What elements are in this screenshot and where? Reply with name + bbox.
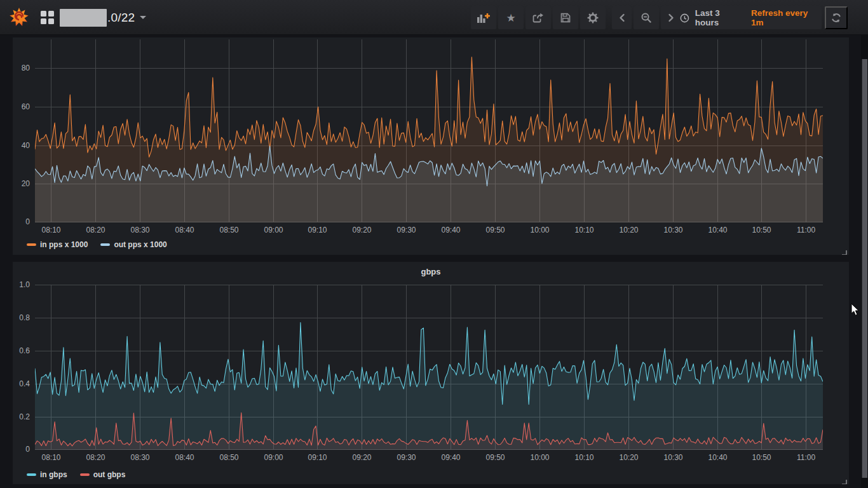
legend-item-out-gbps[interactable]: out gbps bbox=[80, 470, 126, 479]
x-tick-label: 08:10 bbox=[32, 453, 71, 462]
clock-icon bbox=[680, 13, 689, 23]
zoom-out-button[interactable] bbox=[634, 6, 659, 29]
toolbar-left-group: ★ bbox=[471, 6, 606, 29]
pps-y-axis: 020406080 bbox=[13, 39, 32, 222]
grafana-logo-icon[interactable] bbox=[9, 7, 29, 27]
x-tick-label: 09:40 bbox=[432, 453, 470, 462]
legend-label: in pps x 1000 bbox=[40, 240, 88, 249]
time-range-label: Last 3 hours bbox=[695, 8, 745, 27]
y-tick-label: 0.4 bbox=[19, 379, 30, 388]
time-forward-button[interactable] bbox=[661, 6, 681, 29]
x-tick-label: 10:00 bbox=[521, 226, 559, 234]
x-tick-label: 10:30 bbox=[654, 226, 693, 234]
x-tick-label: 08:50 bbox=[210, 453, 248, 462]
x-tick-label: 10:50 bbox=[743, 226, 781, 234]
x-tick-label: 10:10 bbox=[566, 453, 604, 462]
legend-label: in gbps bbox=[40, 470, 67, 479]
x-tick-label: 09:20 bbox=[343, 453, 381, 462]
x-tick-label: 08:30 bbox=[121, 453, 159, 462]
legend-swatch bbox=[80, 473, 90, 476]
x-tick-label: 10:20 bbox=[610, 226, 648, 234]
panel-resize-handle[interactable] bbox=[841, 476, 847, 482]
settings-button[interactable] bbox=[580, 6, 606, 29]
legend-swatch bbox=[27, 243, 36, 246]
gbps-y-axis: 00.20.40.60.81.0 bbox=[13, 285, 32, 450]
panel-pps: 020406080 08:1008:2008:3008:4008:5009:00… bbox=[13, 37, 849, 255]
dashboard-title-redacted bbox=[60, 9, 107, 27]
x-tick-label: 08:40 bbox=[166, 226, 204, 234]
legend-label: out gbps bbox=[93, 470, 126, 479]
x-tick-label: 09:20 bbox=[343, 226, 381, 234]
grid-square bbox=[48, 11, 54, 17]
dashboard-title-suffix: .0/22 bbox=[107, 11, 135, 25]
x-tick-label: 10:10 bbox=[566, 226, 604, 234]
legend-swatch bbox=[100, 243, 110, 246]
y-tick-label: 0 bbox=[25, 217, 30, 226]
x-tick-label: 10:00 bbox=[521, 453, 559, 462]
dashboard-title[interactable]: .0/22 bbox=[60, 8, 146, 27]
x-tick-label: 09:50 bbox=[477, 226, 515, 234]
share-icon bbox=[532, 13, 544, 23]
y-tick-label: 80 bbox=[22, 64, 30, 72]
x-tick-label: 09:30 bbox=[388, 453, 426, 462]
zoom-out-icon bbox=[641, 12, 652, 24]
panel-resize-handle[interactable] bbox=[841, 247, 847, 253]
x-tick-label: 09:40 bbox=[432, 226, 470, 234]
grid-square bbox=[48, 18, 54, 24]
x-tick-label: 08:10 bbox=[32, 226, 71, 234]
legend-item-in-gbps[interactable]: in gbps bbox=[27, 470, 67, 479]
gbps-chart-svg bbox=[35, 285, 823, 450]
panel-title[interactable]: gbps bbox=[13, 267, 849, 276]
grid-square bbox=[41, 11, 46, 17]
y-tick-label: 40 bbox=[22, 141, 30, 150]
page-scrollbar-thumb[interactable] bbox=[862, 59, 867, 478]
star-icon: ★ bbox=[506, 13, 515, 24]
time-picker-button[interactable]: Last 3 hours Refresh every 1m bbox=[680, 6, 822, 29]
x-tick-label: 09:10 bbox=[299, 453, 337, 462]
y-tick-label: 0.8 bbox=[19, 313, 30, 322]
y-tick-label: 1.0 bbox=[19, 280, 30, 289]
star-button[interactable]: ★ bbox=[498, 6, 524, 29]
y-tick-label: 20 bbox=[22, 179, 30, 188]
gbps-chart[interactable] bbox=[35, 285, 823, 450]
chevron-left-icon bbox=[618, 13, 626, 22]
share-button[interactable] bbox=[526, 6, 551, 29]
x-tick-label: 11:00 bbox=[787, 453, 825, 462]
legend-label: out pps x 1000 bbox=[114, 240, 166, 249]
add-panel-icon bbox=[477, 12, 491, 24]
grid-square bbox=[41, 18, 46, 24]
refresh-interval-label: Refresh every 1m bbox=[751, 8, 822, 27]
gbps-x-axis: 08:1008:2008:3008:4008:5009:0009:1009:20… bbox=[35, 453, 823, 463]
x-tick-label: 09:00 bbox=[255, 226, 293, 234]
gbps-legend: in gbps out gbps bbox=[27, 470, 125, 479]
y-tick-label: 0.6 bbox=[19, 346, 30, 355]
x-tick-label: 10:30 bbox=[654, 453, 693, 462]
x-tick-label: 08:20 bbox=[77, 453, 115, 462]
x-tick-label: 08:20 bbox=[77, 226, 115, 234]
x-tick-label: 10:40 bbox=[699, 226, 737, 234]
add-panel-button[interactable] bbox=[471, 6, 496, 29]
legend-item-out-pps[interactable]: out pps x 1000 bbox=[100, 240, 166, 249]
save-icon bbox=[560, 13, 571, 23]
refresh-button[interactable] bbox=[825, 6, 848, 29]
pps-chart-svg bbox=[35, 39, 823, 222]
pps-chart[interactable] bbox=[35, 39, 823, 222]
x-tick-label: 08:50 bbox=[210, 226, 248, 234]
x-tick-label: 08:30 bbox=[121, 226, 159, 234]
x-tick-label: 09:10 bbox=[299, 226, 337, 234]
legend-swatch bbox=[27, 473, 36, 476]
refresh-icon bbox=[831, 13, 842, 23]
time-back-button[interactable] bbox=[612, 6, 632, 29]
x-tick-label: 09:00 bbox=[255, 453, 293, 462]
pps-legend: in pps x 1000 out pps x 1000 bbox=[27, 240, 167, 249]
y-tick-label: 0 bbox=[25, 445, 30, 454]
x-tick-label: 09:50 bbox=[477, 453, 515, 462]
legend-item-in-pps[interactable]: in pps x 1000 bbox=[27, 240, 88, 249]
x-tick-label: 09:30 bbox=[388, 226, 426, 234]
save-button[interactable] bbox=[553, 6, 578, 29]
panel-gbps: gbps 00.20.40.60.81.0 08:1008:2008:3008:… bbox=[13, 262, 849, 484]
time-nav-group bbox=[612, 6, 681, 29]
pps-x-axis: 08:1008:2008:3008:4008:5009:0009:1009:20… bbox=[35, 226, 823, 236]
grafana-dashboard: .0/22 ★ bbox=[0, 0, 868, 488]
dashboards-grid-icon[interactable] bbox=[41, 11, 55, 25]
